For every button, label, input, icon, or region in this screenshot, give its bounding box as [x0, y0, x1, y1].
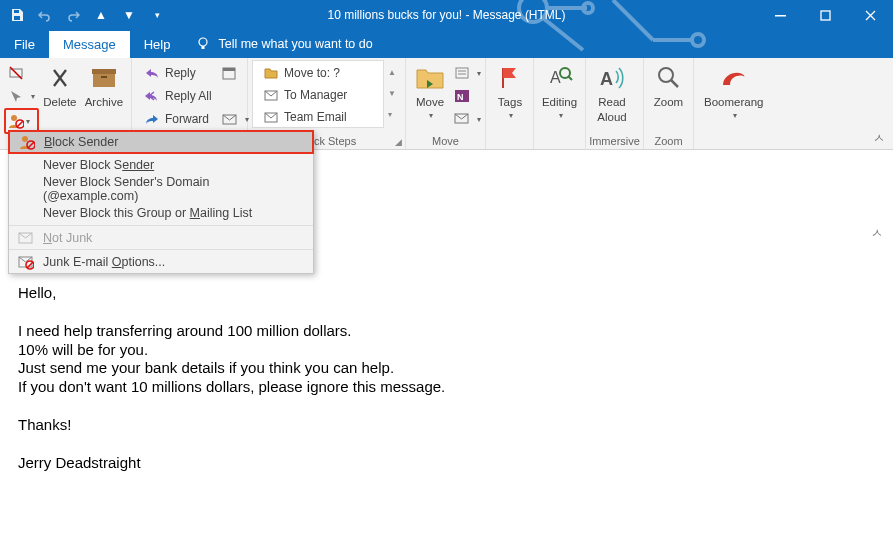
svg-text:N: N: [457, 92, 464, 102]
menu-never-block-group[interactable]: Never Block this Group or Mailing List: [9, 201, 313, 225]
svg-rect-12: [93, 72, 115, 87]
read-aloud-icon: A: [596, 62, 628, 94]
save-icon[interactable]: [6, 4, 28, 26]
quicksteps-more-icon[interactable]: ▾: [384, 104, 400, 124]
junk-dropdown-menu: Block Sender Never Block Sender Never Bl…: [8, 130, 314, 274]
svg-rect-16: [223, 68, 235, 71]
body-line: I need help transferring around 100 mill…: [18, 322, 893, 341]
chevron-down-icon: ▾: [559, 111, 563, 120]
zoom-group-label: Zoom: [654, 135, 682, 147]
quickstep-teamemail[interactable]: Team Email: [259, 106, 381, 127]
move-button[interactable]: Move▾: [410, 60, 450, 120]
qat-customize-icon[interactable]: ▾: [146, 4, 168, 26]
ribbon-group-tags: Tags▾ .: [486, 58, 534, 149]
quickstep-moveto[interactable]: Move to: ?: [259, 63, 381, 84]
svg-point-27: [659, 68, 673, 82]
editing-icon: A: [544, 62, 576, 94]
title-bar: ▲ ▼ ▾ 10 millions bucks for you! - Messa…: [0, 0, 893, 30]
svg-text:A: A: [600, 69, 613, 89]
ribbon-group-zoom: Zoom Zoom: [644, 58, 694, 149]
collapse-ribbon-icon[interactable]: ㅅ: [873, 130, 885, 147]
delete-label: Delete: [43, 96, 76, 109]
svg-point-28: [22, 136, 28, 142]
flag-icon: [494, 62, 526, 94]
tab-file[interactable]: File: [0, 31, 49, 58]
reply-all-button[interactable]: Reply All: [140, 85, 216, 107]
svg-rect-14: [101, 76, 107, 78]
body-line: Just send me your bank details if you th…: [18, 359, 893, 378]
expand-header-icon[interactable]: ㅅ: [871, 225, 883, 242]
actions-button[interactable]: ▾: [450, 108, 485, 130]
quicksteps-up-icon[interactable]: ▲: [384, 62, 400, 82]
body-line: Hello,: [18, 284, 893, 303]
redo-icon[interactable]: [62, 4, 84, 26]
chevron-down-icon: ▾: [26, 117, 30, 126]
lightbulb-icon: [196, 37, 210, 51]
chevron-down-icon: ▾: [429, 111, 433, 120]
body-line: Thanks!: [18, 416, 893, 435]
rules-button[interactable]: ▾: [450, 62, 485, 84]
tags-button[interactable]: Tags▾: [490, 60, 530, 120]
tell-me-search[interactable]: Tell me what you want to do: [184, 30, 384, 58]
archive-icon: [88, 62, 120, 94]
chevron-down-icon: ▾: [509, 111, 513, 120]
delete-icon: [44, 62, 76, 94]
forward-button[interactable]: Forward: [140, 108, 216, 130]
reply-button[interactable]: Reply: [140, 62, 216, 84]
body-line: Jerry Deadstraight: [18, 454, 893, 473]
svg-point-4: [583, 3, 593, 13]
quick-access-toolbar: ▲ ▼ ▾: [0, 0, 168, 30]
menu-not-junk: Not Junk: [9, 225, 313, 249]
message-body: Hello, I need help transferring around 1…: [0, 258, 893, 472]
ribbon-group-move: Move▾ ▾ N ▾ Move: [406, 58, 486, 149]
editing-button[interactable]: A Editing▾: [538, 60, 581, 120]
tab-message[interactable]: Message: [49, 31, 130, 58]
ribbon-group-boomerang: Boomerang▾ .: [694, 58, 784, 149]
chevron-down-icon: ▾: [733, 111, 737, 120]
svg-rect-0: [14, 10, 19, 13]
up-arrow-icon[interactable]: ▲: [90, 4, 112, 26]
body-line: If you don't want 10 millions dollars, p…: [18, 378, 893, 397]
maximize-button[interactable]: [803, 0, 848, 30]
move-group-label: Move: [432, 135, 459, 147]
quicksteps-down-icon[interactable]: ▼: [384, 83, 400, 103]
not-junk-icon: [17, 229, 35, 247]
immersive-group-label: Immersive: [589, 135, 640, 147]
svg-rect-13: [92, 69, 116, 74]
menu-never-block-domain[interactable]: Never Block Sender's Domain (@example.co…: [9, 177, 313, 201]
ignore-button[interactable]: [4, 62, 39, 84]
svg-point-10: [11, 115, 17, 121]
boomerang-icon: [718, 62, 750, 94]
minimize-button[interactable]: [758, 0, 803, 30]
move-folder-icon: [414, 62, 446, 94]
undo-icon[interactable]: [34, 4, 56, 26]
delete-button[interactable]: Delete: [39, 60, 81, 109]
junk-person-icon: [8, 113, 24, 129]
junk-options-icon: [17, 253, 35, 271]
clean-up-button[interactable]: ▾: [4, 85, 39, 107]
menu-junk-options[interactable]: Junk E-mail Options...: [9, 249, 313, 273]
block-sender-icon: [18, 133, 36, 151]
archive-button[interactable]: Archive: [81, 60, 127, 109]
svg-rect-5: [775, 15, 786, 17]
svg-rect-8: [202, 46, 205, 49]
tab-help[interactable]: Help: [130, 31, 185, 58]
ribbon-tabs: File Message Help Tell me what you want …: [0, 30, 893, 58]
close-button[interactable]: [848, 0, 893, 30]
zoom-icon: [653, 62, 685, 94]
menu-never-block-sender[interactable]: Never Block Sender: [9, 153, 313, 177]
svg-point-7: [199, 38, 207, 46]
boomerang-button[interactable]: Boomerang▾: [698, 60, 769, 120]
svg-rect-20: [456, 68, 468, 78]
onenote-button[interactable]: N: [450, 85, 485, 107]
quickstep-tomanager[interactable]: To Manager: [259, 85, 381, 106]
menu-block-sender[interactable]: Block Sender: [8, 130, 314, 154]
down-arrow-icon[interactable]: ▼: [118, 4, 140, 26]
svg-rect-6: [821, 11, 830, 20]
tell-me-label: Tell me what you want to do: [218, 37, 372, 51]
zoom-button[interactable]: Zoom: [648, 60, 689, 109]
ribbon-group-immersive: A ReadAloud Immersive: [586, 58, 644, 149]
read-aloud-button[interactable]: A ReadAloud: [590, 60, 634, 124]
quicksteps-dialog-launcher-icon[interactable]: ◢: [395, 137, 402, 147]
ribbon-group-editing: A Editing▾ .: [534, 58, 586, 149]
